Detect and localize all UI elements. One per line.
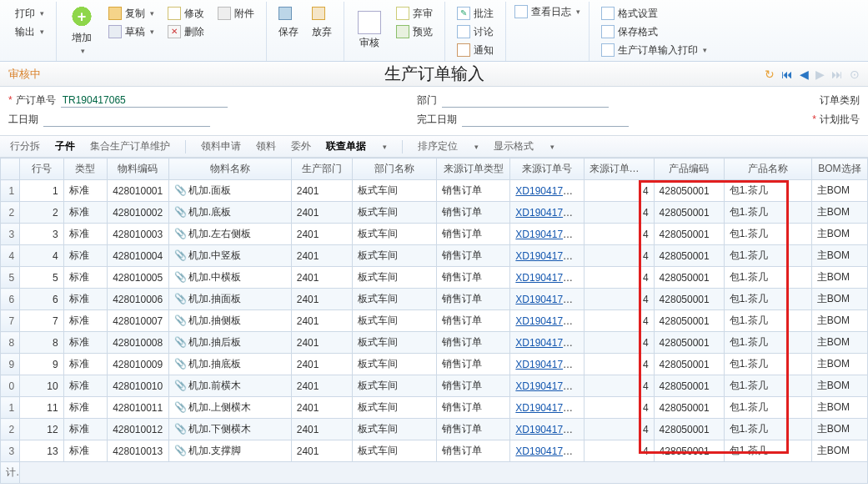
src-order-link[interactable]: XD190417002 xyxy=(515,445,580,457)
src-order-link[interactable]: XD190417002 xyxy=(515,229,580,240)
cell-matcode[interactable]: 428010005 xyxy=(108,267,169,289)
cell-type[interactable]: 标准 xyxy=(63,289,108,310)
cell-matname[interactable]: 📎机加.中竖板 xyxy=(168,245,291,267)
cell-bom[interactable]: 主BOM xyxy=(811,245,867,267)
col-bom[interactable]: BOM选择 xyxy=(811,158,867,180)
preview-button[interactable]: 预览 xyxy=(393,23,436,40)
cell-matcode[interactable]: 428010013 xyxy=(108,440,169,462)
table-row[interactable]: 44标准428010004📎机加.中竖板2401板式车间销售订单XD190417… xyxy=(1,245,868,267)
cell-deptname[interactable]: 板式车间 xyxy=(353,180,437,202)
cell-deptname[interactable]: 板式车间 xyxy=(353,354,437,375)
cell-srcno[interactable]: XD190417002 xyxy=(510,375,584,397)
discuss-button[interactable]: 讨论 xyxy=(454,23,497,40)
edit-button[interactable]: 修改 xyxy=(164,5,208,22)
table-row[interactable]: 11标准428010001📎机加.面板2401板式车间销售订单XD1904170… xyxy=(1,180,868,202)
cell-matname[interactable]: 📎机加.支撑脚 xyxy=(168,440,291,462)
cell-prodname[interactable]: 包1.茶几 xyxy=(724,397,811,419)
save-button[interactable] xyxy=(275,5,302,22)
cell-matname[interactable]: 📎机加.抽侧板 xyxy=(168,310,291,332)
cell-proddept[interactable]: 2401 xyxy=(291,419,353,440)
cell-deptname[interactable]: 板式车间 xyxy=(353,332,437,354)
col-matcode[interactable]: 物料编码 xyxy=(108,158,169,180)
cell-prodname[interactable]: 包1.茶几 xyxy=(724,440,811,462)
src-order-link[interactable]: XD190417002 xyxy=(515,337,580,349)
cell-matcode[interactable]: 428010012 xyxy=(108,419,169,440)
cell-line[interactable]: 10 xyxy=(20,375,64,397)
cell-prodname[interactable]: 包1.茶几 xyxy=(724,419,811,440)
draft-button[interactable]: 草稿▾ xyxy=(105,23,158,40)
col-line[interactable]: 行号 xyxy=(20,158,64,180)
cell-matcode[interactable]: 428010010 xyxy=(108,375,169,397)
cell-deptname[interactable]: 板式车间 xyxy=(353,419,437,440)
cell-proddept[interactable]: 2401 xyxy=(291,289,353,310)
col-prodcode[interactable]: 产品编码 xyxy=(654,158,724,180)
cell-matname[interactable]: 📎机加.前横木 xyxy=(168,375,291,397)
cell-prodname[interactable]: 包1.茶几 xyxy=(724,202,811,224)
cell-line[interactable]: 7 xyxy=(20,310,64,332)
src-order-link[interactable]: XD190417002 xyxy=(515,424,580,435)
cell-bom[interactable]: 主BOM xyxy=(811,419,867,440)
cell-srctype[interactable]: 销售订单 xyxy=(437,375,510,397)
cell-matcode[interactable]: 428010009 xyxy=(108,354,169,375)
refresh-icon[interactable]: ↻ xyxy=(765,68,775,81)
cell-matname[interactable]: 📎机加.抽面板 xyxy=(168,289,291,310)
cell-type[interactable]: 标准 xyxy=(63,419,108,440)
cell-deptname[interactable]: 板式车间 xyxy=(353,440,437,462)
col-rownum[interactable] xyxy=(1,158,20,180)
table-row[interactable]: 33标准428010003📎机加.左右侧板2401板式车间销售订单XD19041… xyxy=(1,224,868,245)
cell-prodcode[interactable]: 428050001 xyxy=(654,354,724,375)
cell-proddept[interactable]: 2401 xyxy=(291,245,353,267)
cell-matcode[interactable]: 428010002 xyxy=(108,202,169,224)
work-date-input[interactable] xyxy=(43,113,210,127)
cell-type[interactable]: 标准 xyxy=(63,267,108,289)
cell-srcno[interactable]: XD190417002 xyxy=(510,310,584,332)
cell-srcno[interactable]: XD190417002 xyxy=(510,202,584,224)
cell-deptname[interactable]: 板式车间 xyxy=(353,375,437,397)
cell-srcno[interactable]: XD190417002 xyxy=(510,332,584,354)
cell-matcode[interactable]: 428010011 xyxy=(108,397,169,419)
cell-srcline[interactable]: 4 xyxy=(584,310,654,332)
col-prodname[interactable]: 产品名称 xyxy=(724,158,811,180)
col-matname[interactable]: 物料名称 xyxy=(168,158,291,180)
table-row[interactable]: 22标准428010002📎机加.底板2401板式车间销售订单XD1904170… xyxy=(1,202,868,224)
src-order-link[interactable]: XD190417002 xyxy=(515,294,580,305)
col-proddept[interactable]: 生产部门 xyxy=(291,158,353,180)
cell-proddept[interactable]: 2401 xyxy=(291,354,353,375)
order-no-input[interactable] xyxy=(61,93,228,108)
cell-srcno[interactable]: XD190417002 xyxy=(510,289,584,310)
export-button[interactable]: 输出▾ xyxy=(12,23,48,40)
cell-prodcode[interactable]: 428050001 xyxy=(654,375,724,397)
reject-button[interactable]: 弃审 xyxy=(393,5,436,22)
cell-matname[interactable]: 📎机加.下侧横木 xyxy=(168,419,291,440)
cell-matcode[interactable]: 428010001 xyxy=(108,180,169,202)
cell-srcline[interactable]: 4 xyxy=(584,245,654,267)
cell-srctype[interactable]: 销售订单 xyxy=(437,354,510,375)
cell-proddept[interactable]: 2401 xyxy=(291,310,353,332)
finish-date-input[interactable] xyxy=(462,113,629,127)
cell-proddept[interactable]: 2401 xyxy=(291,332,353,354)
src-order-link[interactable]: XD190417002 xyxy=(515,402,580,414)
cell-srcline[interactable]: 4 xyxy=(584,289,654,310)
note-button[interactable]: 批注 xyxy=(454,5,497,22)
col-srcline[interactable]: 来源订单行号 xyxy=(584,158,654,180)
cell-matname[interactable]: 📎机加.中横板 xyxy=(168,267,291,289)
src-order-link[interactable]: XD190417002 xyxy=(515,207,580,219)
cell-srctype[interactable]: 销售订单 xyxy=(437,245,510,267)
last-record-icon[interactable]: ⏭ xyxy=(831,68,843,81)
cell-srcno[interactable]: XD190417002 xyxy=(510,397,584,419)
child-tab[interactable]: 子件 xyxy=(55,139,75,153)
notify-button[interactable]: 通知 xyxy=(454,42,497,58)
cell-srcline[interactable]: 4 xyxy=(584,375,654,397)
copy-button[interactable]: 复制▾ xyxy=(105,5,158,22)
cell-prodname[interactable]: 包1.茶几 xyxy=(724,224,811,245)
cell-prodcode[interactable]: 428050001 xyxy=(654,419,724,440)
cell-srctype[interactable]: 销售订单 xyxy=(437,397,510,419)
cell-type[interactable]: 标准 xyxy=(63,180,108,202)
saveformat-button[interactable]: 保存格式 xyxy=(598,23,710,40)
table-row[interactable]: 313标准428010013📎机加.支撑脚2401板式车间销售订单XD19041… xyxy=(1,440,868,462)
cell-proddept[interactable]: 2401 xyxy=(291,267,353,289)
cell-bom[interactable]: 主BOM xyxy=(811,332,867,354)
cell-srcno[interactable]: XD190417002 xyxy=(510,267,584,289)
cell-bom[interactable]: 主BOM xyxy=(811,375,867,397)
src-order-link[interactable]: XD190417002 xyxy=(515,380,580,392)
